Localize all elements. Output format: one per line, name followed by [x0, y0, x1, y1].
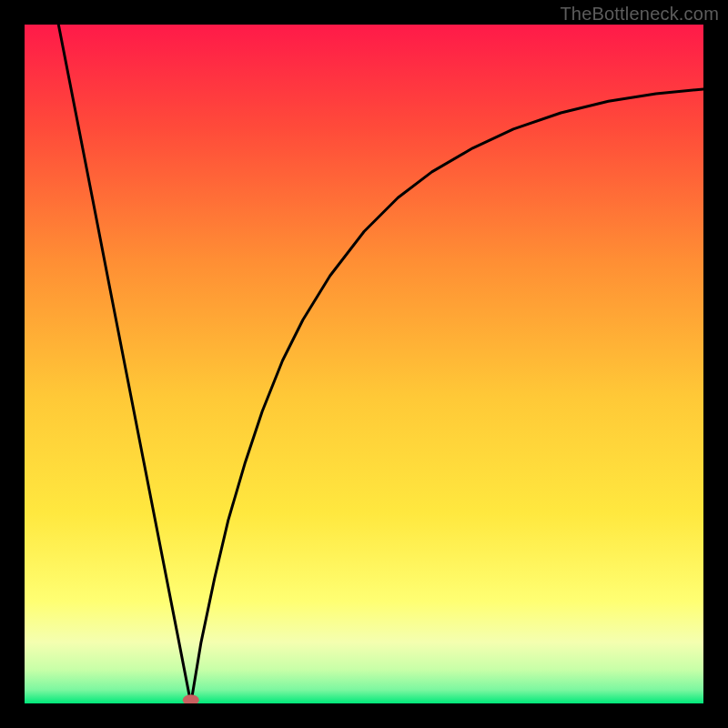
plot-area	[25, 25, 703, 703]
gradient-background	[25, 25, 703, 703]
watermark-text: TheBottleneck.com	[560, 4, 719, 25]
chart-svg	[25, 25, 703, 703]
chart-frame: TheBottleneck.com	[0, 0, 728, 728]
